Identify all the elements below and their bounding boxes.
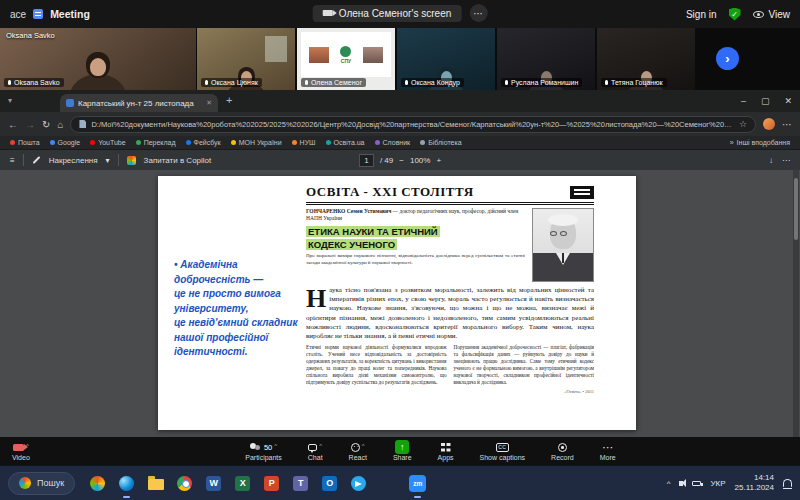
bookmark-item[interactable]: НУШ (292, 139, 316, 146)
favicon-dot (186, 140, 191, 145)
divider (23, 154, 24, 166)
bookmark-item[interactable]: Пошта (10, 139, 40, 146)
share-button[interactable]: ↑ Share (393, 441, 412, 461)
bookmarks-bar: Пошта Google YouTube Переклад Фейсбук МО… (0, 136, 800, 150)
save-icon[interactable]: ↓ (769, 156, 773, 165)
zoom-out-button[interactable]: − (399, 156, 404, 165)
smiley-icon (351, 443, 360, 452)
tab-search-icon[interactable]: ▾ (8, 96, 12, 105)
zoom-app-icon[interactable]: zm (407, 473, 428, 494)
menu-icon[interactable]: ≡ (10, 156, 15, 165)
mic-icon (505, 80, 508, 85)
bookmark-item[interactable]: Освіта.ua (326, 139, 365, 146)
record-button[interactable]: Record (551, 441, 574, 461)
bookmark-item[interactable]: Переклад (136, 139, 176, 146)
preview-image (363, 47, 383, 63)
video-button[interactable]: ^ Video (12, 441, 30, 461)
other-favorites-button[interactable]: » Інші вподобання (730, 139, 790, 146)
close-icon[interactable]: ✕ (784, 96, 792, 106)
teams-app-icon[interactable]: T (290, 473, 311, 494)
pdf-page-controls: 1 / 49 − 100% + (359, 154, 441, 167)
battery-icon (692, 481, 701, 486)
mic-icon (605, 80, 608, 85)
refresh-icon[interactable]: ↻ (42, 119, 50, 130)
captions-button[interactable]: CC Show captions (480, 441, 526, 461)
copilot-app-icon[interactable] (87, 473, 108, 494)
sign-in-button[interactable]: Sign in (686, 9, 717, 20)
speaker-icon[interactable] (679, 481, 683, 486)
view-button[interactable]: View (753, 9, 791, 20)
chat-button[interactable]: ^ Chat (308, 441, 323, 461)
browser-menu-icon[interactable]: ⋯ (782, 119, 792, 130)
minimize-icon[interactable]: – (741, 96, 746, 106)
address-bar[interactable]: D:/Мої%20документи/Наукова%20робота%2020… (70, 116, 756, 133)
browser-tab[interactable]: Карпатський ун-т 25 листопада ✕ (60, 94, 218, 112)
react-button[interactable]: ^ React (349, 441, 367, 461)
bookmark-item[interactable]: МОН України (231, 139, 282, 146)
next-participants-button[interactable]: › (716, 47, 739, 70)
bookmark-item[interactable]: Бібліотека (420, 139, 461, 146)
telegram-app-icon[interactable] (348, 473, 369, 494)
tab-close-icon[interactable]: ✕ (206, 99, 212, 107)
scrollbar[interactable] (793, 170, 799, 437)
participant-thumbnail[interactable]: Руслана Романишин (497, 28, 595, 90)
page-number-input[interactable]: 1 (359, 154, 374, 167)
apps-button[interactable]: Apps (438, 441, 454, 461)
profile-avatar[interactable] (763, 118, 775, 130)
edge-app-icon[interactable] (116, 473, 137, 494)
participant-avatar (70, 52, 126, 90)
mic-icon (405, 80, 408, 85)
participant-thumbnail[interactable]: Оксана Кондур (397, 28, 495, 90)
bookmark-item[interactable]: YouTube (90, 139, 126, 146)
participants-button[interactable]: 50^ Participants (245, 441, 282, 461)
search-label: Пошук (37, 478, 64, 488)
copilot-button[interactable]: Запитати в Copilot (144, 156, 212, 165)
browser-toolbar: ← → ↻ ⌂ D:/Мої%20документи/Наукова%20роб… (0, 112, 800, 136)
clock[interactable]: 14:14 25.11.2024 (735, 473, 774, 492)
new-tab-button[interactable]: + (226, 94, 232, 106)
bookmark-item[interactable]: Google (50, 139, 81, 146)
notifications-bell-icon[interactable] (783, 479, 792, 487)
language-indicator[interactable]: УКР (710, 479, 725, 488)
bookmark-item[interactable]: Словник (375, 139, 411, 146)
participant-main-video[interactable]: Oksana Savko Oksana Savko (0, 28, 196, 90)
date: 25.11.2024 (735, 483, 774, 493)
bookmark-item[interactable]: Фейсбук (186, 139, 221, 146)
scrollbar-thumb[interactable] (794, 178, 798, 240)
participant-thumbnail-sharing[interactable]: СПУ Олена Семеног (297, 28, 395, 90)
participant-thumbnail[interactable]: Тетяна Гоцанюк (597, 28, 695, 90)
slide-quote: • Академічна доброчесність — це не прост… (174, 258, 300, 360)
chevron-up-icon: ^ (319, 443, 322, 449)
powerpoint-app-icon[interactable]: P (261, 473, 282, 494)
time: 14:14 (735, 473, 774, 483)
word-app-icon[interactable]: W (203, 473, 224, 494)
author-portrait (532, 208, 594, 282)
more-icon[interactable]: ⋯ (782, 156, 790, 165)
captions-icon: CC (496, 443, 509, 452)
meeting-tab-label: Meeting (50, 8, 90, 20)
people-icon (250, 443, 262, 451)
url-text: D:/Мої%20документи/Наукова%20робота%2020… (91, 120, 733, 129)
home-icon[interactable]: ⌂ (57, 119, 63, 130)
glasses-icon (550, 231, 557, 236)
excel-app-icon[interactable]: X (232, 473, 253, 494)
more-options-button[interactable]: ⋯ (469, 4, 487, 22)
draw-button[interactable]: Накреслення (49, 156, 98, 165)
maximize-icon[interactable]: ▢ (761, 96, 770, 106)
hidden-icons-chevron[interactable]: ^ (667, 479, 671, 488)
back-icon[interactable]: ← (8, 119, 18, 130)
forward-icon[interactable]: → (25, 119, 35, 130)
window-title-partial: ace (10, 9, 26, 20)
outlook-app-icon[interactable]: O (319, 473, 340, 494)
screen-share-pill[interactable]: Олена Семеног's screen (313, 5, 462, 22)
favorite-star-icon[interactable]: ☆ (739, 119, 747, 129)
taskbar-search[interactable]: Пошук (8, 472, 75, 495)
meeting-calendar-icon (33, 9, 43, 19)
copilot-orb (90, 476, 105, 491)
chrome-app-icon[interactable] (174, 473, 195, 494)
zoom-in-button[interactable]: + (436, 156, 441, 165)
file-explorer-icon[interactable] (145, 473, 166, 494)
record-icon (558, 443, 567, 452)
more-button[interactable]: ⋯ More (600, 441, 616, 461)
participant-thumbnail[interactable]: Оксана Цюняк (197, 28, 295, 90)
